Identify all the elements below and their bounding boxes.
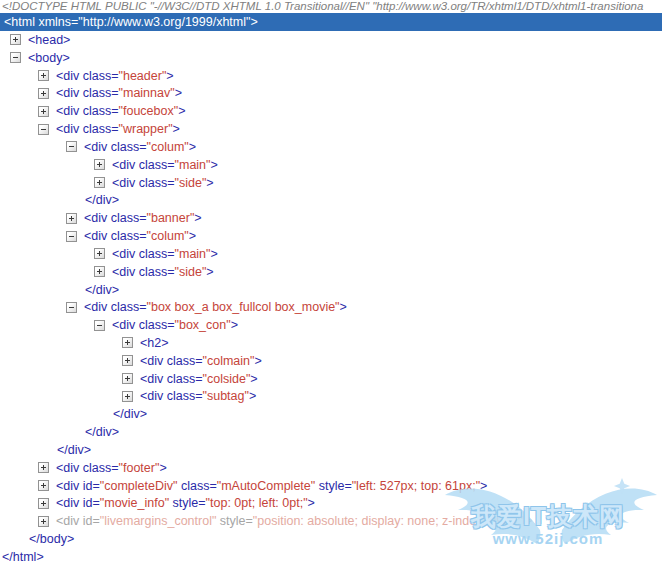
tree-row-node-div-colside[interactable]: <div class="colside"> [0,370,662,388]
node-markup: <div class="main"> [112,158,218,172]
tree-row-closing-div-wrapper[interactable]: </div> [0,441,662,459]
tree-row-node-body[interactable]: <body> [0,49,662,67]
node-markup: <div class="mainnav"> [56,86,182,100]
expand-toggle-icon[interactable] [38,88,49,99]
expand-toggle-icon[interactable] [122,355,133,366]
node-markup: <div class="wrapper"> [56,122,180,136]
expand-toggle-icon[interactable] [94,266,105,277]
tree-row-node-div-movie-info[interactable]: <div id="movie_info" style="top: 0pt; le… [0,495,662,513]
node-markup: </body> [29,532,74,546]
tree-row-node-div-colum[interactable]: <div class="colum"> [0,138,662,156]
expand-toggle-icon[interactable] [66,213,77,224]
node-markup: <div class="box box_a box_fullcol box_mo… [84,300,347,314]
expand-toggle-icon[interactable] [10,34,21,45]
node-markup: <head> [28,33,70,47]
expand-toggle-icon[interactable] [38,498,49,509]
tree-row-node-head[interactable]: <head> [0,31,662,49]
tree-row-node-div-main-2[interactable]: <div class="main"> [0,245,662,263]
tree-row-node-div-footer[interactable]: <div class="footer"> [0,459,662,477]
node-markup: </div> [113,407,147,421]
tree-row-node-div-mainnav[interactable]: <div class="mainnav"> [0,84,662,102]
tree-row-node-div-side[interactable]: <div class="side"> [0,174,662,192]
node-markup: <body> [28,51,70,65]
node-markup: <div class="side"> [112,265,214,279]
expand-toggle-icon[interactable] [122,391,133,402]
tree-row-node-div-banner[interactable]: <div class="banner"> [0,209,662,227]
node-markup: <div class="main"> [112,247,218,261]
tree-row-node-div-foucebox[interactable]: <div class="foucebox"> [0,102,662,120]
node-markup: </html> [2,550,44,564]
node-markup: <div id="livemargins_control" style="pos… [56,514,532,528]
dom-tree: <head><body><div class="header"><div cla… [0,31,662,566]
tree-row-node-div-main[interactable]: <div class="main"> [0,156,662,174]
node-markup: <div class="foucebox"> [56,104,185,118]
node-markup: <div class="side"> [112,176,214,190]
expand-toggle-icon[interactable] [38,480,49,491]
node-markup: </div> [85,425,119,439]
node-markup: <div class="footer"> [56,461,167,475]
tree-row-node-div-header[interactable]: <div class="header"> [0,67,662,85]
expand-toggle-icon[interactable] [38,106,49,117]
collapse-toggle-icon[interactable] [66,231,77,242]
collapse-toggle-icon[interactable] [66,141,77,152]
tree-row-node-div-completediv[interactable]: <div id="completeDiv" class="mAutoComple… [0,477,662,495]
tree-row-node-h2[interactable]: <h2> [0,334,662,352]
node-markup: </div> [85,283,119,297]
expand-toggle-icon[interactable] [122,373,133,384]
tree-row-closing-div-box-con[interactable]: </div> [0,405,662,423]
tree-row-node-div-livemargins-control[interactable]: <div id="livemargins_control" style="pos… [0,512,662,530]
expand-toggle-icon[interactable] [94,159,105,170]
collapse-toggle-icon[interactable] [10,52,21,63]
tree-row-closing-body[interactable]: </body> [0,530,662,548]
doctype-declaration[interactable]: <!DOCTYPE HTML PUBLIC "-//W3C//DTD XHTML… [0,0,662,13]
node-markup: <div class="colum"> [84,229,196,243]
node-markup: <div class="colum"> [84,140,196,154]
node-markup: <div class="header"> [56,69,174,83]
collapse-toggle-icon[interactable] [38,124,49,135]
tree-row-closing-div-box[interactable]: </div> [0,423,662,441]
tree-row-node-div-wrapper[interactable]: <div class="wrapper"> [0,120,662,138]
tree-row-node-div-colum-2[interactable]: <div class="colum"> [0,227,662,245]
tree-row-node-div-subtag[interactable]: <div class="subtag"> [0,388,662,406]
collapse-toggle-icon[interactable] [94,320,105,331]
tree-row-closing-div-colum-2[interactable]: </div> [0,281,662,299]
expand-toggle-icon[interactable] [94,248,105,259]
node-markup: <div class="colside"> [140,372,258,386]
node-markup: <div id="movie_info" style="top: 0pt; le… [56,496,315,510]
expand-toggle-icon[interactable] [94,177,105,188]
tree-row-node-div-box-con[interactable]: <div class="box_con"> [0,316,662,334]
node-markup: <div class="colmain"> [140,354,262,368]
node-markup: </div> [57,443,91,457]
node-markup: <div id="completeDiv" class="mAutoComple… [56,479,487,493]
expand-toggle-icon[interactable] [122,337,133,348]
expand-toggle-icon[interactable] [38,462,49,473]
node-markup: <div class="box_con"> [112,318,238,332]
tree-row-node-div-side-2[interactable]: <div class="side"> [0,263,662,281]
node-markup: <h2> [140,336,169,350]
collapse-toggle-icon[interactable] [66,302,77,313]
tree-row-node-div-box-movie[interactable]: <div class="box box_a box_fullcol box_mo… [0,298,662,316]
tree-row-closing-div-colum[interactable]: </div> [0,191,662,209]
tree-row-closing-html[interactable]: </html> [0,548,662,566]
node-markup: <div class="banner"> [84,211,202,225]
expand-toggle-icon[interactable] [38,516,49,527]
tree-row-node-div-colmain[interactable]: <div class="colmain"> [0,352,662,370]
node-markup: </div> [85,193,119,207]
node-markup: <div class="subtag"> [140,389,256,403]
selected-node-html[interactable]: <html xmlns="http://www.w3.org/1999/xhtm… [0,13,662,31]
expand-toggle-icon[interactable] [38,70,49,81]
